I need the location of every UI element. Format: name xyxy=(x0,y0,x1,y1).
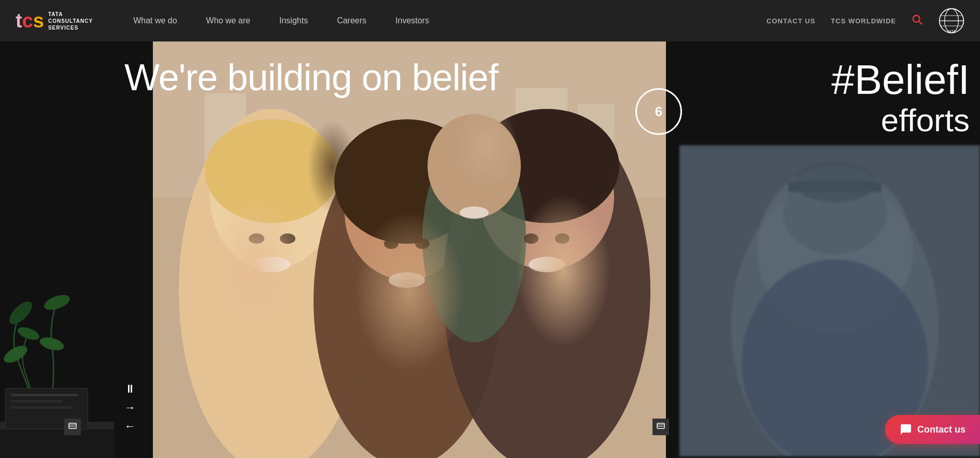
tcs-letters: tcs xyxy=(16,11,44,31)
nav-item-who-we-are[interactable]: Who we are xyxy=(192,0,265,41)
tata-logo[interactable]: TATA xyxy=(939,8,964,34)
svg-rect-48 xyxy=(657,423,664,428)
svg-rect-17 xyxy=(69,423,76,428)
hero-controls: ⏸ → ← xyxy=(124,383,136,432)
nav-item-careers[interactable]: Careers xyxy=(322,0,381,41)
hero-main-image xyxy=(153,41,666,458)
svg-point-14 xyxy=(42,292,72,313)
svg-rect-8 xyxy=(0,427,114,458)
tcs-worldwide-link[interactable]: TCS WORLDWIDE xyxy=(831,17,896,25)
nav-right: CONTACT US TCS WORLDWIDE TATA xyxy=(766,8,964,34)
pause-button[interactable]: ⏸ xyxy=(124,383,136,395)
hero-right-panel: #BeliefI efforts xyxy=(665,41,980,458)
svg-point-11 xyxy=(16,325,41,342)
nav-item-investors[interactable]: Investors xyxy=(381,0,444,41)
logo-area[interactable]: tcs TATA CONSULTANCY SERVICES xyxy=(16,11,93,31)
hero-hashtag-sub: efforts xyxy=(831,103,970,138)
nav-item-insights[interactable]: Insights xyxy=(265,0,322,41)
hero-hashtag: #BeliefI xyxy=(831,57,970,103)
tcs-letter-c: c xyxy=(22,10,33,32)
contact-us-float-button[interactable]: Contact us xyxy=(885,415,980,444)
svg-line-1 xyxy=(919,21,922,24)
hero-right-text: #BeliefI efforts xyxy=(831,57,970,138)
svg-point-12 xyxy=(6,298,36,328)
chat-bubble-icon xyxy=(900,423,912,436)
transcript-right-button[interactable] xyxy=(652,419,669,435)
slide-number-circle[interactable]: 6 xyxy=(635,88,682,135)
svg-rect-59 xyxy=(679,145,980,456)
hero-title: We're building on belief xyxy=(124,57,498,98)
svg-text:TATA: TATA xyxy=(947,30,956,33)
transcript-left-button[interactable] xyxy=(64,419,81,435)
tcs-logo[interactable]: tcs TATA CONSULTANCY SERVICES xyxy=(16,11,93,31)
tcs-company-name: TATA CONSULTANCY SERVICES xyxy=(48,11,93,31)
contact-us-float-label: Contact us xyxy=(917,424,965,435)
hero-section: We're building on belief xyxy=(0,41,980,458)
hero-right-image xyxy=(679,145,980,456)
face-overlay xyxy=(153,41,666,458)
slide-number: 6 xyxy=(655,104,662,120)
svg-point-10 xyxy=(1,342,30,366)
contact-us-nav-link[interactable]: CONTACT US xyxy=(766,17,815,25)
svg-point-0 xyxy=(913,16,920,22)
prev-button[interactable]: ← xyxy=(124,421,136,432)
search-icon[interactable] xyxy=(912,14,923,27)
navbar: tcs TATA CONSULTANCY SERVICES What we do… xyxy=(0,0,980,41)
tcs-letter-s: s xyxy=(33,10,44,32)
tcs-letter-t: t xyxy=(16,10,22,32)
nav-links: What we do Who we are Insights Careers I… xyxy=(119,0,766,41)
nav-item-what-we-do[interactable]: What we do xyxy=(119,0,191,41)
people-scene xyxy=(153,41,666,458)
next-button[interactable]: → xyxy=(124,402,136,413)
